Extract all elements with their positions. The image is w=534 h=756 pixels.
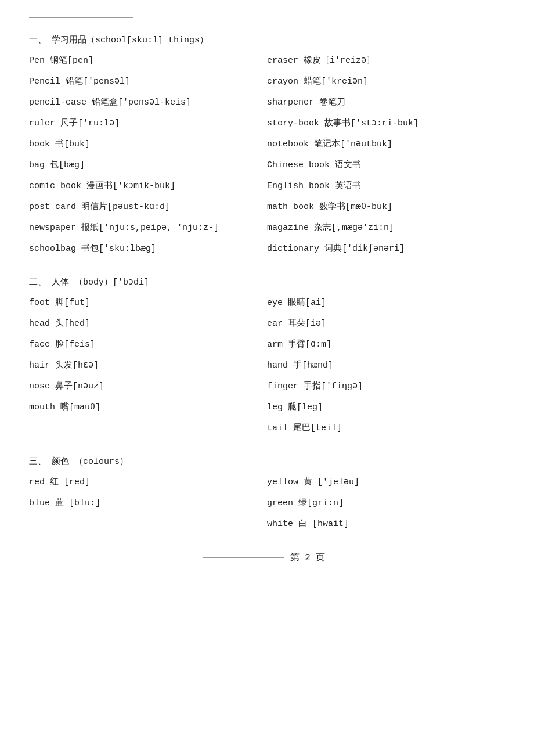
vocab-item-left: comic book 漫画书['kɔmik-buk] bbox=[29, 177, 267, 196]
vocab-item-left: schoolbag 书包['sku:lbæg] bbox=[29, 239, 267, 259]
vocab-item-right: hand 手[hænd] bbox=[267, 356, 505, 376]
vocab-item-right: arm 手臂[ɑ:m] bbox=[267, 335, 505, 355]
vocab-item-right: dictionary 词典['dikʃənəri] bbox=[267, 239, 505, 259]
section-3-header: 三、 颜色 （colours） bbox=[29, 456, 505, 467]
vocab-item-right: eye 眼睛[ai] bbox=[267, 293, 505, 313]
section-1-grid: Pen 钢笔[pen]eraser 橡皮［i'reizə］Pencil 铅笔['… bbox=[29, 51, 505, 259]
vocab-item-right: crayon 蜡笔['kreiən] bbox=[267, 72, 505, 92]
vocab-item-right: green 绿[gri:n] bbox=[267, 494, 505, 513]
vocab-item-right: magazine 杂志[,mægə'zi:n] bbox=[267, 218, 505, 238]
vocab-item-left: face 脸[feis] bbox=[29, 335, 267, 355]
page-number: 第 2 页 bbox=[284, 552, 331, 564]
vocab-item-right: tail 尾巴[teil] bbox=[267, 419, 505, 438]
vocab-item-left bbox=[29, 514, 267, 534]
footer-area: 第 2 页 bbox=[29, 552, 505, 564]
vocab-item-left: head 头[hed] bbox=[29, 314, 267, 334]
vocab-item-left: Pencil 铅笔['pensəl] bbox=[29, 72, 267, 92]
vocab-item-left: mouth 嘴[mauθ] bbox=[29, 398, 267, 417]
vocab-item-right: math book 数学书[mæθ-buk] bbox=[267, 197, 505, 217]
vocab-item-right: English book 英语书 bbox=[267, 177, 505, 196]
vocab-item-right: ear 耳朵[iə] bbox=[267, 314, 505, 334]
vocab-item-right: finger 手指['fiŋgə] bbox=[267, 377, 505, 397]
vocab-item-left: blue 蓝 [blu:] bbox=[29, 494, 267, 513]
vocab-item-right: Chinese book 语文书 bbox=[267, 156, 505, 175]
footer-line-left bbox=[203, 557, 284, 558]
vocab-item-left: bag 包[bæg] bbox=[29, 156, 267, 175]
section-1: 一、 学习用品（school[sku:l] things）Pen 钢笔[pen]… bbox=[29, 34, 505, 259]
top-divider bbox=[29, 17, 134, 18]
vocab-item-left: Pen 钢笔[pen] bbox=[29, 51, 267, 71]
vocab-item-right: notebook 笔记本['nəutbuk] bbox=[267, 135, 505, 154]
vocab-item-right: eraser 橡皮［i'reizə］ bbox=[267, 51, 505, 71]
vocab-item-left: newspaper 报纸['nju:s,peipə, 'nju:z-] bbox=[29, 218, 267, 238]
vocab-item-left: hair 头发[hɛə] bbox=[29, 356, 267, 376]
vocab-item-left: post card 明信片[pəust-kɑ:d] bbox=[29, 197, 267, 217]
vocab-item-right: sharpener 卷笔刀 bbox=[267, 93, 505, 113]
section-3-grid: red 红 [red]yellow 黄 ['jeləu]blue 蓝 [blu:… bbox=[29, 473, 505, 534]
vocab-item-left: red 红 [red] bbox=[29, 473, 267, 492]
vocab-item-right: story-book 故事书['stɔ:ri-buk] bbox=[267, 114, 505, 134]
vocab-item-left: foot 脚[fut] bbox=[29, 293, 267, 313]
section-1-header: 一、 学习用品（school[sku:l] things） bbox=[29, 34, 505, 45]
vocab-item-right: leg 腿[leg] bbox=[267, 398, 505, 417]
vocab-item-right: white 白 [hwait] bbox=[267, 514, 505, 534]
vocab-item-right: yellow 黄 ['jeləu] bbox=[267, 473, 505, 492]
section-2-header: 二、 人体 （body）['bɔdi] bbox=[29, 276, 505, 287]
vocab-item-left bbox=[29, 419, 267, 438]
vocab-item-left: book 书[buk] bbox=[29, 135, 267, 154]
section-3: 三、 颜色 （colours）red 红 [red]yellow 黄 ['jel… bbox=[29, 456, 505, 534]
vocab-item-left: nose 鼻子[nəuz] bbox=[29, 377, 267, 397]
vocab-item-left: pencil-case 铅笔盒['pensəl-keis] bbox=[29, 93, 267, 113]
vocab-item-left: ruler 尺子['ru:lə] bbox=[29, 114, 267, 134]
section-2: 二、 人体 （body）['bɔdi]foot 脚[fut]eye 眼睛[ai]… bbox=[29, 276, 505, 438]
section-2-grid: foot 脚[fut]eye 眼睛[ai]head 头[hed]ear 耳朵[i… bbox=[29, 293, 505, 438]
